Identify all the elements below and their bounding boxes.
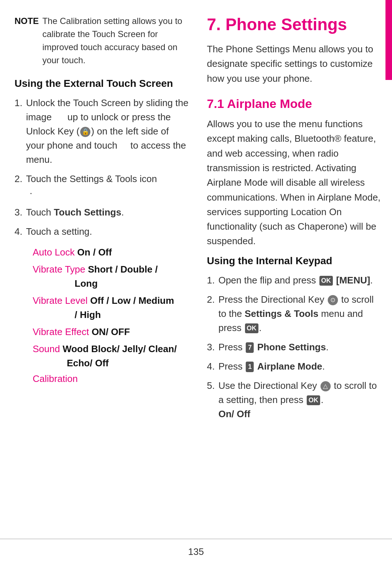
airplane-mode-title: 7.1 Airplane Mode bbox=[207, 97, 381, 111]
note-text: The Calibration setting allows you to ca… bbox=[42, 15, 189, 67]
step-1-content: Unlock the Touch Screen by sliding the i… bbox=[26, 96, 189, 167]
internal-step-2-num: 2. bbox=[207, 293, 215, 335]
calibration-item: Calibration bbox=[33, 373, 189, 384]
step-2: 2. Touch the Settings & Tools icon · bbox=[15, 172, 189, 200]
vibrate-effect-item: Vibrate Effect ON/ OFF bbox=[33, 325, 189, 339]
left-column: NOTE The Calibration setting allows you … bbox=[15, 15, 189, 539]
settings-tools-bold: Settings & Tools bbox=[245, 308, 318, 319]
internal-step-3-num: 3. bbox=[207, 340, 215, 354]
vibrate-effect-label: Vibrate Effect bbox=[33, 326, 91, 337]
step-4-content: Touch a setting. bbox=[26, 225, 189, 239]
phone-settings-bold: Phone Settings bbox=[257, 342, 326, 352]
external-touch-heading: Using the External Touch Screen bbox=[15, 78, 189, 89]
internal-steps-list: 1. Open the flip and press OK [MENU]. 2.… bbox=[207, 273, 381, 421]
step-3-content: Touch Touch Settings. bbox=[26, 205, 189, 219]
key-1-icon: 1 bbox=[246, 362, 254, 372]
vibrate-effect-values: ON/ OFF bbox=[91, 326, 130, 337]
internal-step-5: 5. Use the Directional Key △ to scroll t… bbox=[207, 379, 381, 421]
airplane-mode-description: Allows you to use the menu functions exc… bbox=[207, 117, 381, 249]
internal-step-2: 2. Press the Directional Key ⊙ to scroll… bbox=[207, 293, 381, 335]
auto-lock-label: Auto Lock bbox=[33, 247, 77, 258]
bottom-bar: 135 bbox=[0, 539, 392, 564]
sound-item: Sound Wood Block/ Jelly/ Clean/ Echo/ Of… bbox=[33, 342, 189, 370]
internal-step-3: 3. Press 7 Phone Settings. bbox=[207, 340, 381, 354]
step-2-num: 2. bbox=[15, 172, 23, 200]
vibrate-type-label: Vibrate Type bbox=[33, 264, 88, 275]
auto-lock-item: Auto Lock On / Off bbox=[33, 245, 189, 259]
sound-label: Sound bbox=[33, 343, 62, 354]
internal-step-4-content: Press 1 Airplane Mode. bbox=[219, 359, 381, 374]
ok-icon-2: OK bbox=[245, 323, 258, 333]
step-3-num: 3. bbox=[15, 205, 23, 219]
right-column: 7. Phone Settings The Phone Settings Men… bbox=[207, 15, 381, 539]
chapter-title: 7. Phone Settings bbox=[207, 15, 381, 35]
chapter-intro: The Phone Settings Menu allows you to de… bbox=[207, 42, 381, 86]
settings-items: Auto Lock On / Off Vibrate Type Short / … bbox=[15, 245, 189, 384]
page-number: 135 bbox=[188, 546, 204, 557]
internal-step-1: 1. Open the flip and press OK [MENU]. bbox=[207, 273, 381, 287]
unlock-key-icon: 🔒 bbox=[80, 127, 90, 137]
step-2-content: Touch the Settings & Tools icon · bbox=[26, 172, 189, 200]
internal-step-1-content: Open the flip and press OK [MENU]. bbox=[219, 273, 381, 287]
ok-icon-1: OK bbox=[319, 276, 333, 286]
internal-step-5-content: Use the Directional Key △ to scroll to a… bbox=[219, 379, 381, 421]
internal-step-3-content: Press 7 Phone Settings. bbox=[219, 340, 381, 354]
step-1: 1. Unlock the Touch Screen by sliding th… bbox=[15, 96, 189, 167]
internal-keypad-heading: Using the Internal Keypad bbox=[207, 255, 381, 267]
touch-settings-bold: Touch Settings bbox=[54, 207, 121, 218]
vibrate-type-item: Vibrate Type Short / Double / Long bbox=[33, 262, 189, 291]
step-3: 3. Touch Touch Settings. bbox=[15, 205, 189, 219]
note-label: NOTE bbox=[15, 15, 39, 67]
vibrate-level-label: Vibrate Level bbox=[33, 295, 90, 306]
on-off-bold: On/ Off bbox=[219, 408, 250, 419]
directional-key-icon: ⊙ bbox=[328, 295, 338, 305]
key-7-icon: 7 bbox=[246, 342, 254, 353]
accent-bar bbox=[385, 0, 392, 80]
step-4-num: 4. bbox=[15, 225, 23, 239]
internal-step-4-num: 4. bbox=[207, 359, 215, 374]
internal-step-1-num: 1. bbox=[207, 273, 215, 287]
internal-step-4: 4. Press 1 Airplane Mode. bbox=[207, 359, 381, 374]
step-4: 4. Touch a setting. bbox=[15, 225, 189, 239]
internal-step-5-num: 5. bbox=[207, 379, 215, 421]
note-block: NOTE The Calibration setting allows you … bbox=[15, 15, 189, 67]
airplane-mode-bold: Airplane Mode bbox=[257, 361, 322, 372]
external-steps-list: 1. Unlock the Touch Screen by sliding th… bbox=[15, 96, 189, 239]
vibrate-level-item: Vibrate Level Off / Low / Medium / High bbox=[33, 294, 189, 322]
ok-icon-3: OK bbox=[307, 395, 320, 405]
main-content: NOTE The Calibration setting allows you … bbox=[15, 15, 381, 539]
internal-step-2-content: Press the Directional Key ⊙ to scroll to… bbox=[219, 293, 381, 335]
auto-lock-values: On / Off bbox=[77, 247, 112, 258]
directional-up-icon: △ bbox=[320, 381, 331, 391]
menu-bold: [MENU] bbox=[336, 275, 370, 286]
step-1-num: 1. bbox=[15, 96, 23, 167]
